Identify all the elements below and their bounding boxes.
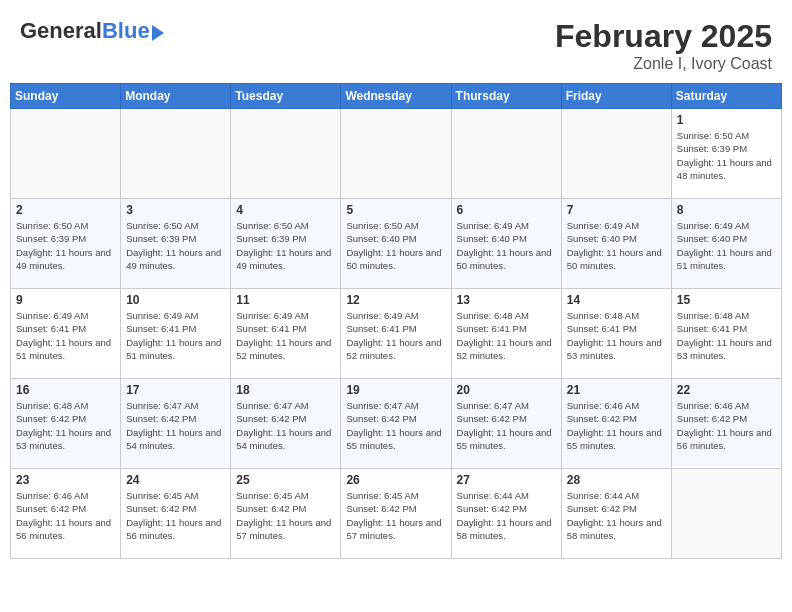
day-info: Sunrise: 6:49 AM Sunset: 6:40 PM Dayligh… — [457, 219, 556, 272]
header-day-sunday: Sunday — [11, 84, 121, 109]
day-number: 10 — [126, 293, 225, 307]
day-info: Sunrise: 6:45 AM Sunset: 6:42 PM Dayligh… — [126, 489, 225, 542]
calendar-cell: 22Sunrise: 6:46 AM Sunset: 6:42 PM Dayli… — [671, 379, 781, 469]
header-day-tuesday: Tuesday — [231, 84, 341, 109]
day-info: Sunrise: 6:48 AM Sunset: 6:41 PM Dayligh… — [457, 309, 556, 362]
calendar-cell: 15Sunrise: 6:48 AM Sunset: 6:41 PM Dayli… — [671, 289, 781, 379]
calendar-cell: 5Sunrise: 6:50 AM Sunset: 6:40 PM Daylig… — [341, 199, 451, 289]
day-info: Sunrise: 6:45 AM Sunset: 6:42 PM Dayligh… — [346, 489, 445, 542]
day-info: Sunrise: 6:50 AM Sunset: 6:39 PM Dayligh… — [236, 219, 335, 272]
calendar-cell: 26Sunrise: 6:45 AM Sunset: 6:42 PM Dayli… — [341, 469, 451, 559]
calendar-cell — [11, 109, 121, 199]
day-info: Sunrise: 6:47 AM Sunset: 6:42 PM Dayligh… — [346, 399, 445, 452]
day-number: 28 — [567, 473, 666, 487]
calendar-cell: 18Sunrise: 6:47 AM Sunset: 6:42 PM Dayli… — [231, 379, 341, 469]
calendar-cell: 25Sunrise: 6:45 AM Sunset: 6:42 PM Dayli… — [231, 469, 341, 559]
day-number: 24 — [126, 473, 225, 487]
title-section: February 2025 Zonle I, Ivory Coast — [555, 18, 772, 73]
calendar-cell: 17Sunrise: 6:47 AM Sunset: 6:42 PM Dayli… — [121, 379, 231, 469]
day-info: Sunrise: 6:46 AM Sunset: 6:42 PM Dayligh… — [567, 399, 666, 452]
calendar-cell: 16Sunrise: 6:48 AM Sunset: 6:42 PM Dayli… — [11, 379, 121, 469]
calendar-header-row: SundayMondayTuesdayWednesdayThursdayFrid… — [11, 84, 782, 109]
day-number: 11 — [236, 293, 335, 307]
day-info: Sunrise: 6:47 AM Sunset: 6:42 PM Dayligh… — [457, 399, 556, 452]
day-number: 15 — [677, 293, 776, 307]
calendar-cell: 11Sunrise: 6:49 AM Sunset: 6:41 PM Dayli… — [231, 289, 341, 379]
calendar-cell: 10Sunrise: 6:49 AM Sunset: 6:41 PM Dayli… — [121, 289, 231, 379]
calendar-week-row: 9Sunrise: 6:49 AM Sunset: 6:41 PM Daylig… — [11, 289, 782, 379]
day-number: 26 — [346, 473, 445, 487]
day-number: 13 — [457, 293, 556, 307]
day-number: 20 — [457, 383, 556, 397]
day-info: Sunrise: 6:44 AM Sunset: 6:42 PM Dayligh… — [457, 489, 556, 542]
calendar-cell: 19Sunrise: 6:47 AM Sunset: 6:42 PM Dayli… — [341, 379, 451, 469]
logo-arrow-icon — [152, 25, 164, 41]
day-number: 5 — [346, 203, 445, 217]
logo: General Blue — [20, 18, 164, 44]
day-number: 16 — [16, 383, 115, 397]
header-day-saturday: Saturday — [671, 84, 781, 109]
day-info: Sunrise: 6:46 AM Sunset: 6:42 PM Dayligh… — [16, 489, 115, 542]
calendar-cell — [451, 109, 561, 199]
calendar-cell: 14Sunrise: 6:48 AM Sunset: 6:41 PM Dayli… — [561, 289, 671, 379]
calendar-cell — [671, 469, 781, 559]
day-info: Sunrise: 6:47 AM Sunset: 6:42 PM Dayligh… — [126, 399, 225, 452]
header: General Blue February 2025 Zonle I, Ivor… — [10, 10, 782, 77]
day-number: 7 — [567, 203, 666, 217]
day-info: Sunrise: 6:47 AM Sunset: 6:42 PM Dayligh… — [236, 399, 335, 452]
calendar-cell: 12Sunrise: 6:49 AM Sunset: 6:41 PM Dayli… — [341, 289, 451, 379]
calendar-cell: 13Sunrise: 6:48 AM Sunset: 6:41 PM Dayli… — [451, 289, 561, 379]
calendar-cell: 20Sunrise: 6:47 AM Sunset: 6:42 PM Dayli… — [451, 379, 561, 469]
calendar-cell: 7Sunrise: 6:49 AM Sunset: 6:40 PM Daylig… — [561, 199, 671, 289]
day-info: Sunrise: 6:48 AM Sunset: 6:42 PM Dayligh… — [16, 399, 115, 452]
day-number: 9 — [16, 293, 115, 307]
calendar-cell: 1Sunrise: 6:50 AM Sunset: 6:39 PM Daylig… — [671, 109, 781, 199]
day-number: 23 — [16, 473, 115, 487]
day-number: 17 — [126, 383, 225, 397]
day-number: 4 — [236, 203, 335, 217]
calendar-cell: 9Sunrise: 6:49 AM Sunset: 6:41 PM Daylig… — [11, 289, 121, 379]
calendar-week-row: 2Sunrise: 6:50 AM Sunset: 6:39 PM Daylig… — [11, 199, 782, 289]
calendar-cell — [561, 109, 671, 199]
calendar-cell — [231, 109, 341, 199]
logo-general-text: General — [20, 18, 102, 44]
calendar-cell: 27Sunrise: 6:44 AM Sunset: 6:42 PM Dayli… — [451, 469, 561, 559]
calendar-cell — [121, 109, 231, 199]
calendar-cell: 6Sunrise: 6:49 AM Sunset: 6:40 PM Daylig… — [451, 199, 561, 289]
day-info: Sunrise: 6:49 AM Sunset: 6:40 PM Dayligh… — [677, 219, 776, 272]
day-info: Sunrise: 6:50 AM Sunset: 6:39 PM Dayligh… — [677, 129, 776, 182]
month-year-title: February 2025 — [555, 18, 772, 55]
day-number: 14 — [567, 293, 666, 307]
day-number: 19 — [346, 383, 445, 397]
calendar-cell: 3Sunrise: 6:50 AM Sunset: 6:39 PM Daylig… — [121, 199, 231, 289]
header-day-wednesday: Wednesday — [341, 84, 451, 109]
calendar-table: SundayMondayTuesdayWednesdayThursdayFrid… — [10, 83, 782, 559]
calendar-cell: 4Sunrise: 6:50 AM Sunset: 6:39 PM Daylig… — [231, 199, 341, 289]
day-number: 1 — [677, 113, 776, 127]
day-info: Sunrise: 6:49 AM Sunset: 6:41 PM Dayligh… — [16, 309, 115, 362]
day-number: 18 — [236, 383, 335, 397]
calendar-cell: 23Sunrise: 6:46 AM Sunset: 6:42 PM Dayli… — [11, 469, 121, 559]
day-info: Sunrise: 6:49 AM Sunset: 6:41 PM Dayligh… — [126, 309, 225, 362]
calendar-cell: 2Sunrise: 6:50 AM Sunset: 6:39 PM Daylig… — [11, 199, 121, 289]
location-subtitle: Zonle I, Ivory Coast — [555, 55, 772, 73]
logo-blue-text: Blue — [102, 18, 150, 44]
day-info: Sunrise: 6:49 AM Sunset: 6:40 PM Dayligh… — [567, 219, 666, 272]
day-number: 2 — [16, 203, 115, 217]
day-info: Sunrise: 6:46 AM Sunset: 6:42 PM Dayligh… — [677, 399, 776, 452]
day-number: 21 — [567, 383, 666, 397]
day-number: 12 — [346, 293, 445, 307]
day-number: 6 — [457, 203, 556, 217]
calendar-cell: 8Sunrise: 6:49 AM Sunset: 6:40 PM Daylig… — [671, 199, 781, 289]
header-day-monday: Monday — [121, 84, 231, 109]
day-info: Sunrise: 6:49 AM Sunset: 6:41 PM Dayligh… — [236, 309, 335, 362]
day-info: Sunrise: 6:50 AM Sunset: 6:39 PM Dayligh… — [16, 219, 115, 272]
day-info: Sunrise: 6:44 AM Sunset: 6:42 PM Dayligh… — [567, 489, 666, 542]
day-info: Sunrise: 6:50 AM Sunset: 6:40 PM Dayligh… — [346, 219, 445, 272]
day-info: Sunrise: 6:45 AM Sunset: 6:42 PM Dayligh… — [236, 489, 335, 542]
calendar-cell — [341, 109, 451, 199]
calendar-week-row: 1Sunrise: 6:50 AM Sunset: 6:39 PM Daylig… — [11, 109, 782, 199]
day-info: Sunrise: 6:48 AM Sunset: 6:41 PM Dayligh… — [677, 309, 776, 362]
calendar-cell: 28Sunrise: 6:44 AM Sunset: 6:42 PM Dayli… — [561, 469, 671, 559]
day-number: 27 — [457, 473, 556, 487]
